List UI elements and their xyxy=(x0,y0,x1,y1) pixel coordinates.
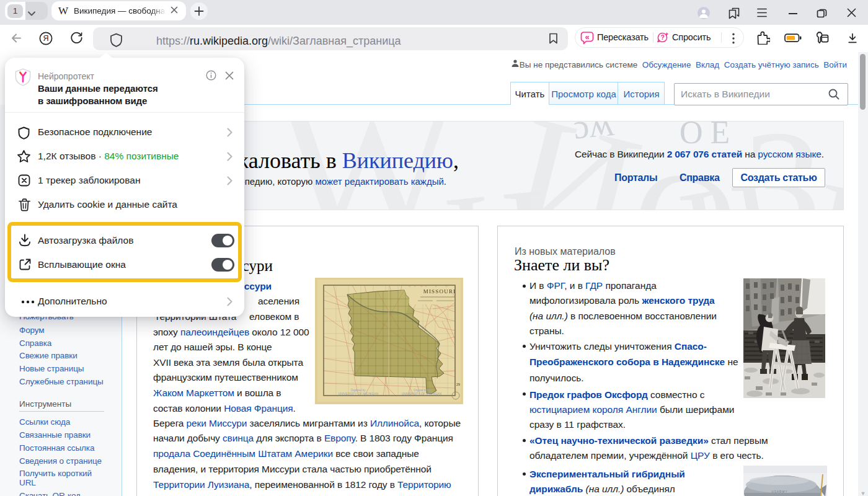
svg-text:UNIVERSITY OF MICHIGAN: UNIVERSITY OF MICHIGAN xyxy=(339,392,379,396)
svg-text:«: « xyxy=(585,32,589,42)
svg-text:Я: Я xyxy=(43,34,48,43)
svg-text:UNIVERSITY OF MICHIGAN: UNIVERSITY OF MICHIGAN xyxy=(402,392,442,396)
svg-text:?: ? xyxy=(660,33,664,41)
svg-text:MISSOURI: MISSOURI xyxy=(423,288,456,294)
svg-text:U S A R M Y: U S A R M Y xyxy=(772,490,787,494)
svg-text:29: 29 xyxy=(456,383,460,386)
